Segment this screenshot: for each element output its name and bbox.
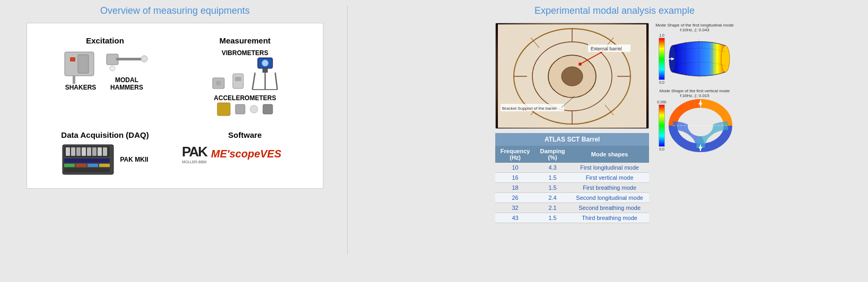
atlas-barrel-image: External barrel Bracket Support of the b… — [495, 23, 649, 129]
svg-line-15 — [252, 73, 255, 90]
left-title: Overview of measuring equipments — [100, 5, 250, 16]
svg-rect-26 — [71, 147, 75, 156]
daq-area: PAK MKII — [42, 144, 168, 175]
barrel-svg: External barrel Bracket Support of the b… — [498, 24, 646, 128]
svg-point-13 — [262, 60, 268, 66]
vibrometer-area — [182, 57, 308, 91]
svg-rect-20 — [235, 104, 245, 114]
svg-rect-30 — [92, 147, 97, 156]
table-cell-damp: 4.3 — [535, 163, 570, 173]
svg-point-43 — [562, 67, 583, 86]
table-row: 161.5First vertical mode — [495, 173, 649, 183]
daq-icon — [62, 144, 115, 175]
accel-icon-4 — [262, 103, 274, 115]
svg-rect-27 — [76, 147, 81, 156]
mode-2-item: Mode Shape of the first vertical mode f:… — [657, 89, 732, 152]
mode-1-shape — [667, 35, 731, 83]
table-cell-mode: First longitudinal mode — [570, 163, 649, 173]
vibrometer-label: VIBROMETERS — [182, 49, 308, 57]
svg-point-6 — [141, 56, 147, 62]
pak-label: PAK MKII — [120, 156, 148, 163]
measurement-title: Measurement — [182, 36, 308, 45]
svg-point-60 — [721, 46, 730, 72]
svg-text:External barrel: External barrel — [591, 46, 622, 51]
mode-2-viz-row: 0.260 0.0 — [657, 99, 732, 152]
panel-divider — [347, 5, 348, 254]
table-cell-damp: 1.5 — [535, 183, 570, 193]
hammer-icon — [106, 50, 148, 76]
mode-1-item: Mode Shape of the first longitudinal mod… — [655, 23, 734, 84]
svg-point-7 — [110, 66, 115, 71]
table-cell-damp: 2.1 — [535, 203, 570, 213]
svg-rect-35 — [76, 164, 86, 167]
col-frequency: Frequency (Hz) — [495, 146, 535, 163]
svg-rect-3 — [73, 76, 75, 84]
table-cell-mode: Third breathing mode — [570, 213, 649, 223]
table-cell-mode: First breathing mode — [570, 183, 649, 193]
svg-rect-1 — [70, 57, 75, 61]
shaker-label: SHAKERS — [65, 84, 97, 91]
svg-rect-5 — [116, 58, 144, 60]
svg-rect-28 — [82, 147, 86, 156]
sensor-icon-1 — [212, 75, 227, 91]
svg-rect-31 — [98, 147, 102, 156]
accelerometer-label: ACCELEROMETERS — [182, 94, 308, 102]
svg-rect-11 — [235, 77, 241, 81]
svg-rect-14 — [262, 68, 268, 73]
hammer-group: MODAL HAMMERS — [106, 50, 148, 91]
vibrometer-camera-icon — [250, 57, 279, 91]
mode-2-label: Mode Shape of the first vertical mode f:… — [660, 89, 730, 98]
table-cell-freq: 18 — [495, 183, 535, 193]
svg-point-53 — [578, 63, 582, 66]
table-cell-mode: Second breathing mode — [570, 203, 649, 213]
table-cell-damp: 1.5 — [535, 213, 570, 223]
table-row: 262.4Second longitudinal mode — [495, 193, 649, 203]
measurement-quadrant: Measurement VIBROMETERS — [178, 32, 312, 121]
pak-logo-text: PAK — [182, 144, 207, 160]
right-panel: Experimental modal analysis example — [356, 5, 857, 223]
mode-shapes-panel: Mode Shape of the first longitudinal mod… — [655, 23, 734, 152]
right-title: Experimental modal analysis example — [534, 5, 695, 16]
experiment-content: External barrel Bracket Support of the b… — [495, 23, 734, 223]
accel-icon-1 — [216, 102, 231, 117]
software-quadrant: Software PAK MÜLLER-BBM ME'scopeVES — [178, 126, 312, 180]
svg-rect-32 — [103, 147, 107, 156]
hammer-label: MODAL HAMMERS — [110, 76, 143, 91]
svg-rect-33 — [64, 158, 110, 163]
svg-rect-38 — [64, 168, 110, 172]
pak-software-logo: PAK MÜLLER-BBM — [182, 144, 207, 164]
daq-title: Data Acquisition (DAQ) — [42, 130, 168, 139]
svg-rect-36 — [87, 164, 98, 167]
table-cell-freq: 26 — [495, 193, 535, 203]
mescope-logo-text: ME'scopeVES — [211, 148, 282, 160]
svg-point-9 — [216, 81, 221, 86]
table-cell-freq: 43 — [495, 213, 535, 223]
left-panel: Overview of measuring equipments Excitat… — [11, 5, 339, 189]
svg-rect-22 — [263, 104, 273, 114]
accel-icon-2 — [234, 103, 246, 115]
table-row: 431.5Third breathing mode — [495, 213, 649, 223]
mode-1-viz-row: 1.0 0.0 — [659, 33, 731, 84]
table-row: 322.1Second breathing mode — [495, 203, 649, 213]
atlas-table: ATLAS SCT Barrel Frequency (Hz) Damping … — [495, 133, 649, 223]
colorbar-gradient-1 — [659, 38, 665, 80]
software-title: Software — [182, 130, 308, 139]
table-cell-damp: 1.5 — [535, 173, 570, 183]
svg-rect-21 — [250, 105, 258, 113]
table-row: 104.3First longitudinal mode — [495, 163, 649, 173]
accel-area-wrap: ACCELEROMETERS — [182, 94, 308, 117]
table-cell-damp: 2.4 — [535, 193, 570, 203]
table-cell-freq: 16 — [495, 173, 535, 183]
svg-rect-29 — [87, 147, 91, 156]
table-cell-freq: 10 — [495, 163, 535, 173]
sensor-icon-2 — [231, 73, 247, 91]
svg-line-17 — [275, 73, 277, 90]
colorbar-2: 0.260 0.0 — [657, 100, 667, 151]
svg-rect-25 — [66, 147, 70, 156]
table-cell-mode: Second longitudinal mode — [570, 193, 649, 203]
shaker-icon — [62, 49, 99, 84]
svg-text:Bracket Support of the barrel: Bracket Support of the barrel — [502, 106, 557, 111]
atlas-inner: External barrel Bracket Support of the b… — [496, 23, 648, 128]
table-row: 181.5First breathing mode — [495, 183, 649, 193]
left-viz: External barrel Bracket Support of the b… — [495, 23, 649, 223]
